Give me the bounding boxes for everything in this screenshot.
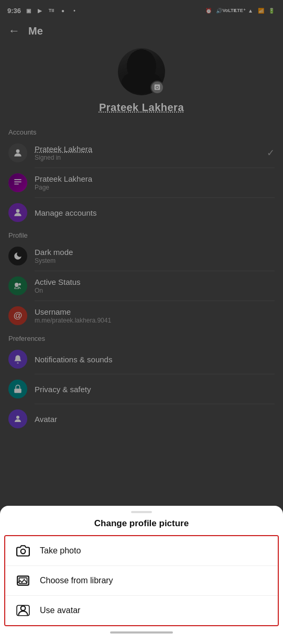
choose-library-icon <box>16 573 30 588</box>
svg-point-9 <box>21 606 26 610</box>
use-avatar-item[interactable]: Use avatar <box>5 595 278 625</box>
svg-point-6 <box>21 549 26 554</box>
use-avatar-icon <box>16 603 30 618</box>
bottom-bar <box>110 631 173 634</box>
bottom-sheet: Change profile picture Take photo Choos <box>0 506 283 644</box>
take-photo-item[interactable]: Take photo <box>5 536 278 565</box>
bottom-indicator <box>0 626 283 636</box>
choose-library-label: Choose from library <box>40 576 113 585</box>
take-photo-icon <box>16 543 30 558</box>
sheet-handle <box>0 506 283 515</box>
use-avatar-label: Use avatar <box>40 606 80 615</box>
sheet-title: Change profile picture <box>0 515 283 535</box>
sheet-handle-bar <box>131 511 152 513</box>
choose-library-item[interactable]: Choose from library <box>5 565 278 595</box>
take-photo-label: Take photo <box>40 546 81 556</box>
sheet-options-border: Take photo Choose from library <box>4 535 279 626</box>
